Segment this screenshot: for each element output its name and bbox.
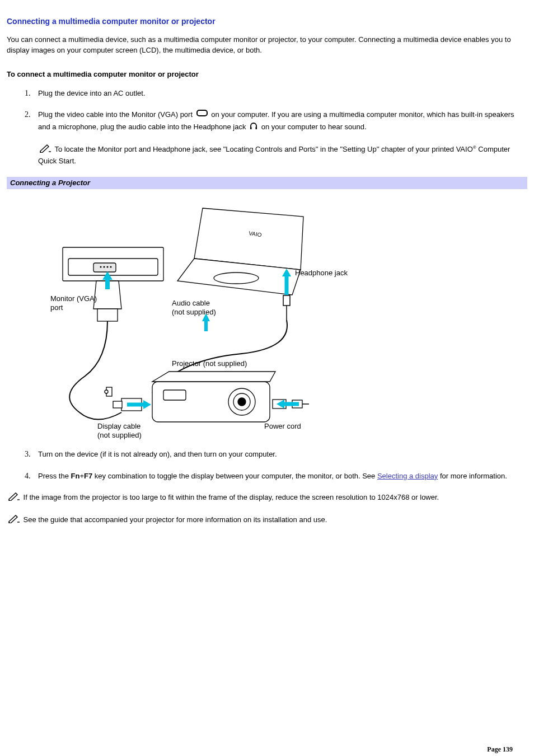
label-projector: Projector (not supplied) [172,359,247,368]
note-guide: See the guide that accompanied your proj… [7,514,527,527]
svg-point-36 [105,390,108,393]
pencil-note-icon [8,514,20,527]
pencil-note-icon [8,492,20,504]
label-vga-port-2: port [50,303,63,312]
svg-point-15 [110,266,112,268]
step-1: Plug the device into an AC outlet. [32,88,527,99]
procedure-heading: To connect a multimedia computer monitor… [7,69,527,80]
svg-point-13 [104,266,105,268]
pencil-note-icon [39,144,51,156]
vga-port-icon [196,109,208,121]
label-audio-cable-1: Audio cable [172,299,210,308]
svg-rect-27 [113,401,122,408]
label-power-cord: Power cord [264,422,301,431]
label-display-cable-1: Display cable [97,422,140,431]
steps-list: Plug the device into an AC outlet. Plug … [7,88,527,134]
figure-caption: Connecting a Projector [7,177,527,190]
svg-point-24 [238,398,246,406]
step-3-text: Turn on the device (if it is not already… [38,450,277,458]
figure-svg: VAIO [40,191,393,439]
svg-rect-2 [256,127,257,129]
step-2: Plug the video cable into the Monitor (V… [32,109,527,134]
svg-rect-11 [97,309,118,321]
note-locate-ports: To locate the Monitor port and Headphone… [38,144,527,167]
steps-list-continued: Turn on the device (if it is not already… [7,449,527,482]
label-audio-cable-2: (not supplied) [172,308,216,317]
label-display-cable-2: (not supplied) [97,431,142,440]
link-selecting-display[interactable]: Selecting a display [377,472,438,480]
step-2-text: Plug the video cable into the Monitor (V… [38,110,514,131]
note-resolution: If the image from the projector is too l… [7,492,527,504]
svg-rect-25 [163,390,186,400]
svg-marker-29 [143,400,151,409]
svg-point-12 [100,266,102,268]
step-4: Press the Fn+F7 key combination to toggl… [32,471,527,482]
headphone-icon [249,121,258,134]
figure-connecting-projector: VAIO [40,191,393,439]
page-number: Page 139 [487,745,513,754]
page-title: Connecting a multimedia computer monitor… [7,16,527,27]
step-3: Turn on the device (if it is not already… [32,449,527,460]
step-1-text: Plug the device into an AC outlet. [38,89,146,97]
document-page: Connecting a multimedia computer monitor… [7,16,527,754]
label-vga-port-1: Monitor (VGA) [50,294,97,303]
step-4-text: Press the Fn+F7 key combination to toggl… [38,472,507,480]
svg-rect-18 [283,295,290,306]
intro-paragraph: You can connect a multimedia device, suc… [7,35,527,56]
svg-rect-0 [197,110,207,116]
label-headphone-jack: Headphone jack [295,269,348,278]
svg-point-14 [107,266,109,268]
svg-rect-1 [250,127,252,129]
